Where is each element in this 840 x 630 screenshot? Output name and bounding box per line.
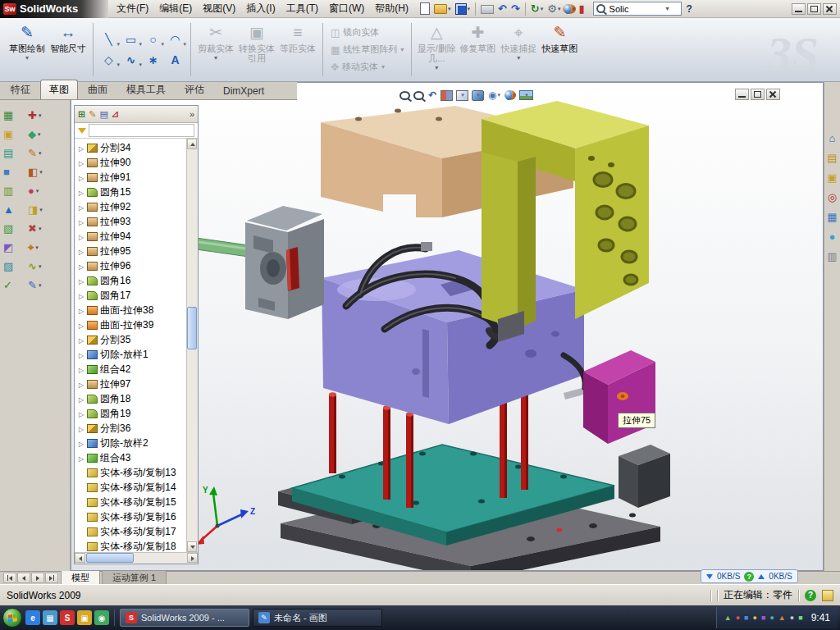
tree-item[interactable]: 分割34 [75, 140, 187, 155]
left-toolbar-icon[interactable]: ▥ [3, 182, 28, 199]
taskpane-resources-icon[interactable]: ⌂ [829, 133, 836, 144]
arc-tool-icon[interactable]: ◠ [164, 30, 186, 50]
taskpane-appearances-icon[interactable]: ● [829, 231, 836, 242]
trim-entities-button[interactable]: ✂ 剪裁实体 [195, 20, 236, 80]
doc-restore-icon[interactable] [751, 89, 765, 100]
mirror-entities-button[interactable]: ◫ 镜向实体 [327, 25, 407, 40]
scroll-thumb[interactable] [86, 553, 134, 563]
apply-scene-icon[interactable] [519, 90, 533, 100]
polygon-tool-icon[interactable]: ◇ [98, 50, 120, 71]
left-toolbar-icon[interactable]: ● [28, 182, 69, 199]
edit-appearance-icon[interactable] [504, 90, 516, 100]
text-tool-icon[interactable]: A [164, 50, 186, 71]
tree-item[interactable]: 圆角15 [75, 185, 187, 199]
redo-icon[interactable]: ↷ [509, 2, 522, 16]
left-toolbar-icon[interactable]: ⌖ [28, 239, 69, 256]
expand-arrow-icon[interactable] [78, 349, 84, 360]
tree-item[interactable]: 拉伸96 [75, 258, 187, 273]
tree-item[interactable]: 组合42 [75, 362, 187, 377]
toolbar-separator[interactable] [475, 2, 476, 16]
tree-item[interactable]: 圆角19 [75, 406, 187, 421]
tree-item[interactable]: 实体-移动/复制18 [75, 539, 187, 552]
taskpane-search-icon[interactable]: ◎ [828, 192, 837, 203]
menu-item[interactable]: 工具(T) [281, 0, 323, 17]
previous-study-icon[interactable] [17, 573, 30, 583]
spline-tool-icon[interactable]: ∿ [120, 50, 142, 71]
tray-icon[interactable]: ■ [744, 614, 748, 622]
left-toolbar-icon[interactable]: ✎ [28, 276, 69, 294]
study-tab[interactable]: 运动算例 1 [102, 571, 167, 586]
section-view-icon[interactable] [441, 90, 453, 101]
toolbar-separator[interactable] [525, 2, 526, 16]
taskpane-file-explorer-icon[interactable]: ▣ [827, 172, 837, 183]
tree-item[interactable]: 拉伸91 [75, 170, 187, 185]
expand-arrow-icon[interactable] [78, 378, 84, 390]
tree-item[interactable]: 拉伸95 [75, 244, 187, 258]
expand-arrow-icon[interactable] [78, 186, 84, 198]
undo-icon[interactable]: ↶ [496, 2, 509, 16]
part-insert-block[interactable] [583, 350, 655, 444]
filter-icon[interactable] [78, 128, 86, 134]
search-dropdown-icon[interactable]: ▾ [666, 5, 669, 12]
expand-arrow-icon[interactable] [78, 319, 84, 331]
next-study-icon[interactable] [31, 573, 44, 583]
expand-arrow-icon[interactable] [78, 260, 84, 272]
expand-arrow-icon[interactable] [78, 201, 84, 212]
left-toolbar-icon[interactable]: ∿ [28, 258, 69, 275]
quick-snaps-button[interactable]: ⌖ 快速捕捉 [498, 20, 539, 80]
menu-item[interactable]: 窗口(W) [324, 0, 369, 17]
start-button[interactable] [2, 608, 22, 628]
scroll-up-icon[interactable] [187, 139, 197, 149]
expand-arrow-icon[interactable] [78, 408, 84, 419]
status-help-icon[interactable]: ? [805, 590, 816, 601]
expand-arrow-icon[interactable] [78, 157, 84, 168]
tree-item[interactable]: 拉伸97 [75, 377, 187, 391]
left-toolbar-icon[interactable]: ◆ [28, 126, 69, 143]
zoom-area-icon[interactable] [413, 91, 424, 100]
manager-overflow-chevron[interactable]: » [189, 109, 194, 119]
tray-icon[interactable]: ■ [798, 614, 802, 622]
doc-close-icon[interactable] [766, 89, 780, 100]
options-icon[interactable]: ⚙ [546, 2, 562, 16]
new-document-icon[interactable] [418, 2, 431, 16]
tray-icon[interactable]: ● [790, 614, 794, 622]
left-toolbar-icon[interactable]: ▣ [3, 126, 28, 143]
ribbon-tab[interactable]: DimXpert [214, 82, 273, 99]
featuremanager-tab-icon[interactable]: ⊞ [78, 109, 85, 120]
tree-item[interactable]: 圆角18 [75, 391, 187, 406]
quick-launch-show-desktop-icon[interactable]: ▦ [43, 610, 57, 625]
exit-red-icon[interactable]: ▮ [577, 2, 586, 16]
left-toolbar-icon[interactable]: ▲ [3, 201, 28, 218]
left-toolbar-icon[interactable]: ◨ [28, 201, 69, 218]
expand-arrow-icon[interactable] [78, 216, 84, 227]
expand-arrow-icon[interactable] [78, 334, 84, 345]
scroll-thumb[interactable] [187, 307, 197, 349]
taskpane-view-palette-icon[interactable]: ▦ [827, 212, 837, 222]
tree-item[interactable]: 拉伸93 [75, 214, 187, 229]
zoom-fit-icon[interactable] [399, 91, 410, 100]
part-right-block[interactable] [619, 445, 670, 508]
open-icon[interactable] [432, 2, 453, 16]
taskbar-window-button[interactable]: ✎ 未命名 - 画图 [253, 609, 382, 627]
part-side-clamp[interactable] [190, 206, 324, 319]
circle-tool-icon[interactable]: ○ [142, 30, 164, 50]
expand-arrow-icon[interactable] [78, 437, 84, 449]
menu-item[interactable]: 编辑(E) [154, 0, 197, 17]
study-tab[interactable]: 模型 [61, 571, 100, 586]
configurationmanager-tab-icon[interactable]: ▤ [99, 109, 107, 120]
close-icon[interactable] [823, 3, 837, 15]
left-toolbar-icon[interactable]: ✓ [3, 276, 28, 294]
expand-arrow-icon[interactable] [78, 142, 84, 153]
tree-item[interactable]: 切除-放样1 [75, 347, 187, 362]
menu-item[interactable]: 帮助(H) [370, 0, 413, 17]
minimize-icon[interactable] [792, 3, 806, 15]
tree-item[interactable]: 切除-放样2 [75, 436, 187, 450]
taskpane-design-library-icon[interactable]: ▤ [827, 153, 837, 163]
quick-launch-ie-icon[interactable]: e [25, 610, 40, 625]
save-icon[interactable] [454, 2, 472, 16]
help-icon[interactable]: ? [687, 3, 692, 15]
left-toolbar-icon[interactable]: ✎ [28, 144, 69, 162]
expand-arrow-icon[interactable] [78, 363, 84, 375]
left-toolbar-icon[interactable]: ◧ [28, 163, 69, 180]
expand-arrow-icon[interactable] [78, 171, 84, 183]
